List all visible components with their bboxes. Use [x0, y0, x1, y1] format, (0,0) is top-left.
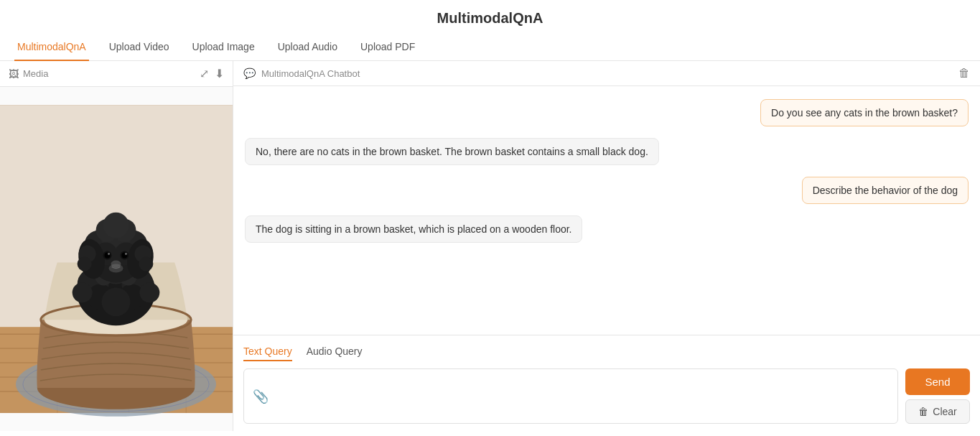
user-bubble-2: Describe the behavior of the dog: [802, 177, 969, 204]
tab-text-query[interactable]: Text Query: [243, 343, 292, 361]
chat-header-left: 💬 MultimodalQnA Chatbot: [243, 68, 360, 79]
download-button[interactable]: ⬇: [215, 67, 224, 80]
bot-message-2: The dog is sitting in a brown basket, wh…: [245, 215, 969, 243]
attach-button[interactable]: 📎: [253, 389, 269, 404]
svg-point-36: [103, 213, 129, 238]
media-panel-header: 🖼 Media ⤢ ⬇: [0, 61, 233, 87]
clear-chat-button[interactable]: 🗑: [958, 67, 970, 80]
expand-button[interactable]: ⤢: [200, 67, 209, 80]
input-row: 📎 Send 🗑 Clear: [243, 368, 970, 424]
media-area: [0, 87, 233, 431]
chat-messages: Do you see any cats in the brown basket?…: [233, 86, 980, 335]
right-panel: 💬 MultimodalQnA Chatbot 🗑 Do you see any…: [233, 61, 980, 431]
nav-tab-pdf[interactable]: Upload PDF: [358, 34, 418, 61]
input-area: Text Query Audio Query 📎 Send 🗑 Clear: [233, 335, 980, 431]
clear-button[interactable]: 🗑 Clear: [905, 399, 970, 424]
media-label: Media: [23, 68, 48, 79]
svg-point-24: [73, 282, 93, 302]
clear-label: Clear: [933, 406, 956, 417]
panel-header-icons: ⤢ ⬇: [200, 67, 224, 80]
bot-message-1: No, there are no cats in the brown baske…: [245, 138, 969, 165]
app-title: MultimodalQnA: [0, 0, 980, 34]
user-bubble-1: Do you see any cats in the brown basket?: [760, 99, 969, 126]
chatbot-label: MultimodalQnA Chatbot: [261, 68, 360, 79]
svg-point-25: [139, 282, 159, 302]
dog-image: [0, 87, 233, 431]
media-label-group: 🖼 Media: [9, 68, 48, 80]
nav-tabs: MultimodalQnA Upload Video Upload Image …: [0, 34, 980, 61]
nav-tab-multimodal[interactable]: MultimodalQnA: [14, 34, 89, 61]
svg-point-48: [125, 253, 127, 255]
nav-tab-video[interactable]: Upload Video: [106, 34, 172, 61]
chat-icon: 💬: [243, 68, 256, 79]
nav-tab-audio[interactable]: Upload Audio: [275, 34, 340, 61]
main-content: 🖼 Media ⤢ ⬇: [0, 61, 980, 431]
left-panel: 🖼 Media ⤢ ⬇: [0, 61, 233, 431]
svg-point-42: [139, 257, 153, 272]
user-message-2: Describe the behavior of the dog: [245, 177, 969, 204]
query-input[interactable]: [269, 391, 889, 402]
send-button[interactable]: Send: [905, 368, 970, 395]
query-tabs: Text Query Audio Query: [243, 343, 970, 361]
action-buttons: Send 🗑 Clear: [905, 368, 970, 424]
bot-bubble-1: No, there are no cats in the brown baske…: [245, 138, 659, 165]
image-icon: 🖼: [9, 68, 19, 80]
svg-point-40: [78, 257, 92, 272]
svg-point-23: [102, 287, 131, 316]
svg-point-50: [109, 264, 123, 272]
nav-tab-image[interactable]: Upload Image: [190, 34, 258, 61]
user-message-1: Do you see any cats in the brown basket?: [245, 99, 969, 126]
tab-audio-query[interactable]: Audio Query: [307, 343, 363, 361]
chat-header: 💬 MultimodalQnA Chatbot 🗑: [233, 61, 980, 86]
bot-bubble-2: The dog is sitting in a brown basket, wh…: [245, 215, 582, 243]
clear-icon: 🗑: [918, 406, 928, 417]
svg-point-47: [108, 253, 110, 255]
text-input-box: 📎: [243, 368, 898, 424]
